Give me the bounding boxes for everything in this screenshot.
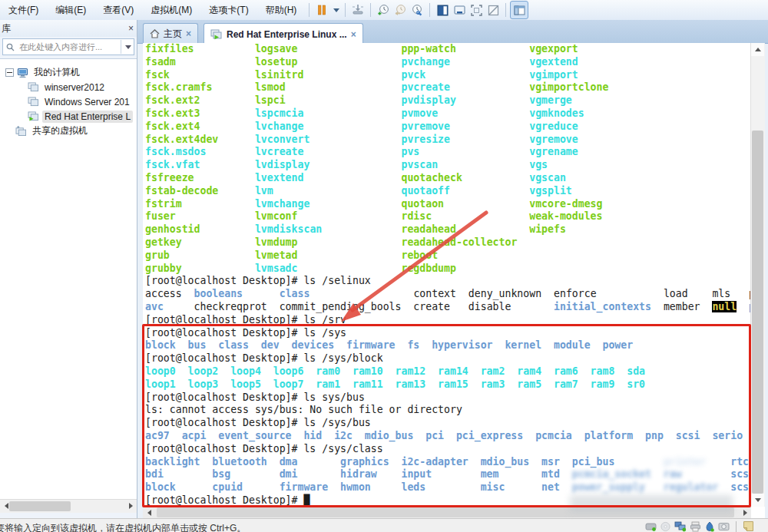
tab-home-close-icon[interactable]: × bbox=[186, 28, 191, 39]
terminal-vertical-scrollbar[interactable] bbox=[750, 43, 765, 507]
terminal-line: fsck.ext4 lvchange pvremove vgreduce bbox=[143, 121, 751, 134]
vm-running-icon bbox=[28, 111, 39, 121]
vm-console[interactable]: fixfiles logsave ppp-watch vgexportfsadm… bbox=[143, 43, 765, 519]
pause-dropdown-button[interactable] bbox=[330, 2, 341, 18]
library-panel-toggle-icon bbox=[513, 4, 526, 17]
scroll-down-button[interactable] bbox=[751, 494, 764, 507]
tree-item-label: winserver2012 bbox=[42, 81, 107, 94]
terminal-line: block cpuid firmware hwmon leds misc net… bbox=[143, 481, 751, 494]
terminal-line: backlight bluetooth dma graphics i2c-ada… bbox=[143, 456, 751, 469]
toolbar-separator bbox=[309, 3, 310, 17]
shared-vm-icon bbox=[15, 126, 27, 136]
send-ctrl-alt-del-button[interactable] bbox=[349, 2, 366, 18]
sound-icon[interactable] bbox=[704, 521, 715, 532]
autofit-icon bbox=[487, 4, 500, 17]
scroll-up-button[interactable] bbox=[751, 43, 764, 56]
search-icon bbox=[6, 43, 15, 51]
tab-redhat-label: Red Hat Enterprise Linux ... bbox=[227, 29, 347, 40]
terminal-line: fsck lsinitrd pvck vgimport bbox=[143, 69, 751, 82]
unity-mode-icon bbox=[453, 4, 466, 17]
menu-bar: 文件(F)编辑(E)查看(V)虚拟机(M)选项卡(T)帮助(H) bbox=[0, 0, 768, 21]
network-icon[interactable] bbox=[674, 521, 687, 532]
tree-item-winserver2012[interactable]: winserver2012 bbox=[0, 80, 137, 94]
library-panel-toggle-button[interactable] bbox=[510, 1, 528, 19]
pause-dropdown-caret bbox=[333, 8, 339, 12]
status-message: 要将输入定向到该虚拟机，请在虚拟机内部单击或按 Ctrl+G。 bbox=[0, 519, 246, 532]
terminal-line: grubby lvmsadc regdbdump bbox=[143, 263, 751, 276]
terminal-line: [root@localhost Desktop]# ls /sys/bus bbox=[143, 417, 751, 430]
pause-icon bbox=[316, 5, 327, 15]
terminal-horizontal-scrollbar[interactable] bbox=[143, 506, 751, 519]
terminal-line: fsfreeze lvextend quotacheck vgscan bbox=[143, 172, 751, 185]
terminal-line: fsck.ext3 lspcmcia pvmove vgmknodes bbox=[143, 107, 751, 121]
toolbar-separator bbox=[345, 3, 346, 17]
tab-redhat-vm[interactable]: Red Hat Enterprise Linux ... × bbox=[204, 23, 363, 45]
message-log-icon[interactable] bbox=[743, 520, 754, 532]
toolbar-separator bbox=[505, 3, 506, 17]
terminal-line: fstrim lvmchange quotaon vmcore-dmesg bbox=[143, 198, 751, 211]
tree-item-Red Hat Enterprise L[interactable]: Red Hat Enterprise L bbox=[0, 109, 137, 124]
hard-disk-icon[interactable] bbox=[645, 521, 657, 532]
pause-button[interactable] bbox=[313, 2, 330, 18]
terminal[interactable]: fixfiles logsave ppp-watch vgexportfsadm… bbox=[143, 43, 751, 507]
terminal-line: grub lvmetad reboot bbox=[143, 249, 751, 263]
terminal-line: [root@localhost Desktop]# ls /sys/class bbox=[143, 443, 751, 456]
toolbar-separator bbox=[370, 3, 371, 17]
snapshot-manager-button[interactable] bbox=[409, 2, 425, 18]
terminal-line: fsck.ext2 lspci pvdisplay vgmerge bbox=[143, 94, 751, 107]
revert-snapshot-button[interactable] bbox=[392, 2, 409, 18]
show-console-button[interactable] bbox=[434, 2, 451, 18]
terminal-line: block bus class dev devices firmware fs … bbox=[143, 339, 751, 352]
unity-mode-button[interactable] bbox=[451, 2, 468, 18]
printer-icon[interactable] bbox=[690, 521, 701, 532]
tree-item-Windows Server 201[interactable]: Windows Server 201 bbox=[0, 94, 137, 109]
tree-item-label: Windows Server 201 bbox=[42, 96, 132, 108]
menu-item-3[interactable]: 虚拟机(M) bbox=[142, 1, 200, 20]
terminal-line: [root@localhost Desktop]# ls /srv bbox=[143, 314, 751, 327]
menu-item-0[interactable]: 文件(F) bbox=[0, 1, 47, 20]
tab-home[interactable]: 主页 × bbox=[143, 23, 198, 44]
tree-item-共享的虚拟机[interactable]: 共享的虚拟机 bbox=[0, 124, 137, 138]
terminal-line: fsck.msdos lvcreate pvs vgrename bbox=[143, 146, 751, 159]
menu-item-1[interactable]: 编辑(E) bbox=[47, 1, 94, 20]
library-panel-title: 库 bbox=[2, 22, 11, 35]
menu-item-4[interactable]: 选项卡(T) bbox=[200, 1, 257, 20]
send-ctrl-alt-del-icon bbox=[352, 4, 364, 16]
cd-rom-icon[interactable] bbox=[660, 521, 671, 532]
terminal-line: fixfiles logsave ppp-watch vgexport bbox=[143, 43, 751, 56]
autofit-button[interactable] bbox=[485, 2, 502, 18]
tree-item-我的计算机[interactable]: 我的计算机 bbox=[0, 65, 137, 80]
search-dropdown-button[interactable] bbox=[121, 40, 134, 54]
fullscreen-button[interactable] bbox=[468, 2, 485, 18]
tab-redhat-close-icon[interactable]: × bbox=[351, 29, 356, 40]
vmware-window: 文件(F)编辑(E)查看(V)虚拟机(M)选项卡(T)帮助(H) bbox=[0, 0, 768, 532]
vertical-scrollbar-thumb[interactable] bbox=[752, 131, 763, 494]
terminal-line: [root@localhost Desktop]# ls /sys/block bbox=[143, 352, 751, 365]
snapshot-manager-icon bbox=[411, 4, 424, 17]
terminal-line: [root@localhost Desktop]# ls /selinux bbox=[143, 275, 751, 288]
camera-icon[interactable] bbox=[718, 521, 730, 532]
horizontal-scrollbar-thumb[interactable] bbox=[157, 507, 734, 517]
vm-icon bbox=[28, 82, 39, 92]
fullscreen-icon bbox=[470, 4, 483, 17]
tab-bar: 主页 × Red Hat Enterprise Linux ... × bbox=[137, 20, 768, 44]
terminal-line: fuser lvmconf rdisc weak-modules bbox=[143, 210, 751, 223]
vm-icon bbox=[28, 97, 39, 107]
menu-item-5[interactable]: 帮助(H) bbox=[257, 1, 306, 20]
vm-running-icon bbox=[210, 29, 223, 40]
terminal-line: access booleans class context deny_unkno… bbox=[143, 288, 751, 301]
tree-expander[interactable] bbox=[5, 68, 14, 77]
terminal-line: fsadm losetup pvchange vgextend bbox=[143, 56, 751, 69]
search-input[interactable] bbox=[18, 41, 121, 52]
sidebar-horizontal-scrollbar[interactable] bbox=[0, 499, 137, 513]
terminal-line: fstab-decode lvm quotaoff vgsplit bbox=[143, 185, 751, 198]
menu-item-2[interactable]: 查看(V) bbox=[94, 1, 142, 20]
sidebar-scrollbar-thumb[interactable] bbox=[9, 501, 71, 511]
take-snapshot-button[interactable] bbox=[375, 2, 392, 18]
status-bar: 要将输入定向到该虚拟机，请在虚拟机内部单击或按 Ctrl+G。 bbox=[0, 518, 768, 532]
terminal-line: fsck.ext4dev lvconvert pvresize vgremove bbox=[143, 134, 751, 147]
terminal-line: [root@localhost Desktop]# ls /sys bbox=[143, 327, 751, 340]
take-snapshot-icon bbox=[377, 4, 390, 17]
library-close-icon[interactable]: × bbox=[128, 24, 134, 33]
terminal-line: genhostid lvmdiskscan readahead wipefs bbox=[143, 223, 751, 236]
